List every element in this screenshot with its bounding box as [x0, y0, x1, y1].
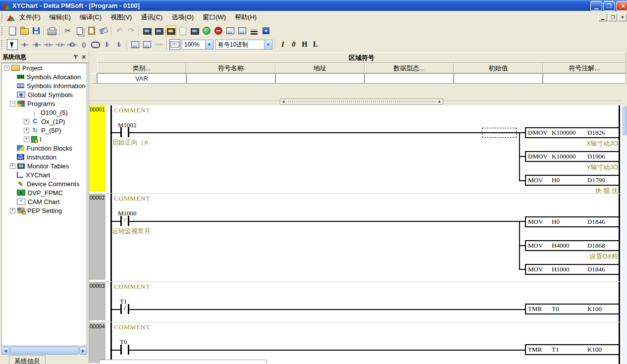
tree-item-dvp-fpmc[interactable]: DVP_FPMC	[2, 188, 87, 197]
menu-communication[interactable]: 通讯(C)	[136, 11, 167, 23]
comment-toggle-icon[interactable]	[169, 39, 180, 50]
stop-icon[interactable]	[213, 25, 224, 36]
restore-button[interactable]: ❒	[603, 1, 615, 11]
column-header-address[interactable]: 地址	[275, 63, 365, 73]
device-table-2-icon[interactable]	[237, 25, 248, 36]
tree-item-o100[interactable]: O100_(5)	[2, 108, 87, 117]
menu-file[interactable]: 文件(F)	[15, 11, 45, 23]
column-header-category[interactable]: 类别...	[97, 63, 186, 73]
instruction-tmr-1[interactable]: TMR T0 K100	[525, 304, 620, 314]
force-on-button[interactable]: 1	[277, 40, 288, 50]
scrollbar-thumb[interactable]	[623, 106, 627, 135]
collapse-icon[interactable]	[4, 65, 9, 71]
select-tool-icon[interactable]	[7, 39, 18, 50]
instruction-tmr-2[interactable]: TMR T1 K100	[525, 344, 620, 355]
scroll-right-icon[interactable]: ▶	[79, 347, 87, 355]
column-header-data-type[interactable]: 数据型态...	[365, 63, 454, 73]
wizard-icon[interactable]	[261, 25, 271, 36]
paste-icon[interactable]	[86, 25, 97, 36]
tree-item-p[interactable]: P_(5P)	[2, 126, 87, 135]
cut-icon[interactable]: ✂	[62, 25, 73, 36]
cell-symbol-name[interactable]	[186, 73, 275, 84]
tree-item-monitor-tables[interactable]: Monitor Tables	[2, 161, 87, 170]
save-icon[interactable]	[31, 25, 42, 36]
instruction-mov-3[interactable]: MOV H4000 D1868	[525, 240, 620, 251]
open-file-icon[interactable]	[19, 25, 30, 36]
rung-3-number-cell[interactable]: 00003	[89, 282, 105, 321]
menu-edit[interactable]: 编辑(E)	[45, 11, 75, 23]
rung-2-comment-label[interactable]: COMMENT	[114, 195, 150, 203]
contact-falling-icon[interactable]: ⊣↓⊢	[54, 39, 65, 50]
cell-address[interactable]	[275, 73, 365, 84]
download-program-icon[interactable]	[142, 25, 153, 36]
low-button[interactable]: L	[310, 40, 321, 50]
instruction-mov-4[interactable]: MOV H1000 D1846	[525, 264, 620, 275]
instruction-table-2-icon[interactable]	[142, 39, 153, 50]
print-icon[interactable]	[47, 25, 57, 36]
monitor-mode-icon[interactable]	[189, 25, 200, 36]
pin-icon[interactable]	[73, 54, 79, 60]
zoom-combobox[interactable]: 100% ▼	[182, 40, 213, 50]
close-button[interactable]: ✕	[616, 1, 627, 11]
menu-compile[interactable]: 编译(C)	[75, 11, 106, 23]
upload-program-icon[interactable]	[154, 25, 164, 36]
menu-window[interactable]: 窗口(W)	[198, 11, 230, 23]
hex-button[interactable]: H	[299, 40, 310, 50]
expand-icon[interactable]	[10, 163, 15, 169]
ladder-vertical-scrollbar[interactable]	[622, 105, 627, 364]
expand-icon[interactable]	[24, 137, 29, 142]
panel-close-icon[interactable]: ✕	[82, 54, 86, 60]
expand-icon[interactable]	[10, 208, 15, 213]
run-icon[interactable]	[201, 25, 212, 36]
chevron-down-icon[interactable]: ▼	[205, 40, 213, 49]
rung-4-comment-label[interactable]: COMMENT	[114, 323, 150, 331]
rung-1-comment-label[interactable]: COMMENT	[114, 106, 150, 114]
menu-view[interactable]: 视图(V)	[106, 11, 136, 23]
tree-item-ox[interactable]: Ox_(1P)	[2, 117, 87, 126]
table-ladder-splitter[interactable]: ▲ ▲	[280, 99, 443, 104]
collapse-icon[interactable]	[10, 101, 15, 106]
instruction-dmov-1[interactable]: DMOV K100000 D1826	[525, 127, 620, 138]
tree-item-xychart[interactable]: XYChart	[2, 170, 87, 179]
radix-combobox[interactable]: 有号10进制 ▼	[215, 40, 272, 50]
scroll-left-icon[interactable]: ◀	[1, 347, 9, 355]
column-header-symbol-name[interactable]: 符号名称	[186, 63, 275, 73]
sidebar-horizontal-scrollbar[interactable]: ◀ ▶	[1, 347, 87, 355]
contact-no-icon[interactable]: ⊣⊢	[19, 39, 30, 50]
column-header-initial-value[interactable]: 初始值	[454, 63, 543, 73]
instruction-table-icon[interactable]	[130, 39, 141, 50]
menu-help[interactable]: 帮助(H)	[230, 11, 261, 23]
mdi-minimize-button[interactable]: ▁	[598, 13, 607, 21]
tree-item-cam-chart[interactable]: CAM Chart	[2, 197, 87, 206]
parentheses-tool-icon[interactable]: ( )	[78, 39, 89, 50]
instruction-mov-2[interactable]: MOV H0 D1846	[525, 216, 620, 227]
new-file-icon[interactable]	[7, 25, 18, 36]
column-header-symbol-comment[interactable]: 符号注解...	[543, 63, 626, 73]
expand-icon[interactable]	[24, 128, 29, 133]
collapse-up-icon[interactable]: ▲	[437, 100, 441, 104]
tree-item-programs[interactable]: Programs	[2, 99, 87, 108]
tree-item-function-blocks[interactable]: Function Blocks	[2, 144, 87, 153]
rung-2-number-cell[interactable]: 00002	[89, 194, 105, 281]
tree-item-symbols-information[interactable]: Symbols Information	[2, 81, 87, 90]
force-off-button[interactable]: 0	[288, 40, 299, 50]
menu-options[interactable]: 选项(O)	[167, 11, 198, 23]
cell-symbol-comment[interactable]	[543, 73, 626, 84]
ladder-editor[interactable]: 00001 00002 00003 00004 COMMENT M1002 启始…	[89, 105, 622, 364]
contact-nc-icon[interactable]: ⊣/⊢	[31, 39, 42, 50]
online-mode-icon[interactable]	[165, 25, 176, 36]
collapse-up-icon[interactable]: ▲	[282, 100, 286, 104]
tree-item-i[interactable]: I	[2, 135, 87, 144]
mdi-restore-button[interactable]: ❒	[608, 13, 617, 21]
calibration-icon[interactable]	[249, 25, 260, 36]
copy-icon[interactable]	[74, 25, 85, 36]
falling-output-icon[interactable]: ⫿↓	[114, 39, 125, 50]
cell-data-type[interactable]	[365, 73, 454, 84]
tree-item-device-comments[interactable]: Device Comments	[2, 179, 87, 188]
rung-3-comment-label[interactable]: COMMENT	[114, 283, 150, 291]
system-info-tab[interactable]: 系统信息	[9, 355, 46, 364]
cell-initial-value[interactable]	[454, 73, 543, 84]
rising-output-icon[interactable]: ⫿↑	[102, 39, 113, 50]
tree-item-instruction[interactable]: Instruction	[2, 153, 87, 161]
mdi-close-button[interactable]: ✕	[618, 13, 627, 21]
